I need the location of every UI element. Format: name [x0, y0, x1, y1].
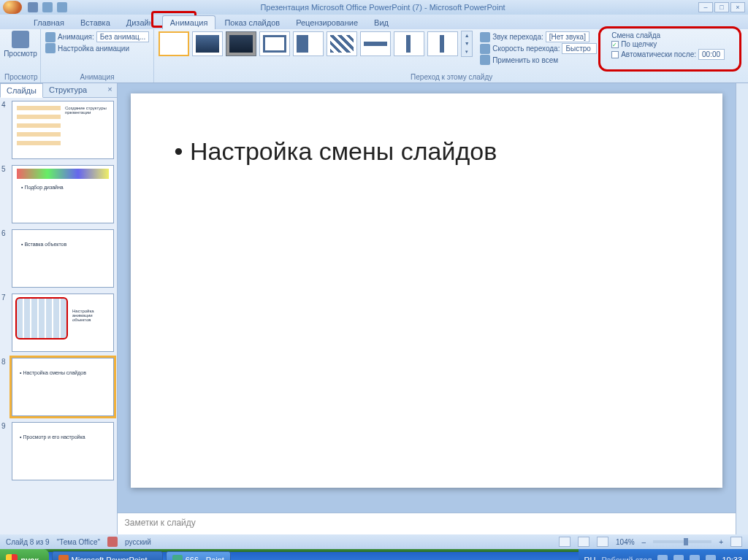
fit-window-button[interactable] — [730, 537, 742, 547]
start-button[interactable]: пуск — [0, 549, 49, 560]
slide-thumbnail[interactable]: Просмотр и его настройка — [12, 422, 114, 480]
slides-tab[interactable]: Слайды — [0, 83, 43, 98]
group-preview-label: Просмотр — [4, 73, 36, 81]
auto-after-time[interactable]: 00:00 — [698, 49, 725, 60]
thumb-number: 8 — [1, 358, 9, 366]
sound-icon — [480, 32, 490, 42]
status-theme: "Тема Office" — [57, 538, 100, 546]
tray-icon[interactable] — [673, 555, 684, 560]
tray-icon[interactable] — [690, 555, 700, 560]
thumbnail-list[interactable]: 4Создание структуры презентации 5Подбор … — [0, 98, 117, 534]
tab-animation[interactable]: Анимация — [162, 15, 216, 29]
notes-pane[interactable]: Заметки к слайду — [118, 513, 736, 534]
transition-item[interactable] — [327, 31, 357, 56]
view-sorter-button[interactable] — [578, 537, 589, 547]
slide-body-text[interactable]: Настройка смены слайдов — [175, 137, 679, 166]
taskbar-item[interactable]: Microsoft PowerPoint ... — [52, 551, 163, 560]
tray-clock[interactable]: 10:33 — [722, 556, 742, 560]
status-language[interactable]: русский — [125, 538, 151, 546]
auto-after-label: Автоматически после: — [621, 50, 696, 58]
transition-item[interactable] — [427, 31, 458, 56]
volume-icon[interactable] — [706, 555, 716, 560]
transition-item[interactable] — [360, 31, 391, 56]
windows-logo-icon — [6, 554, 18, 560]
custom-animation-label: Настройка анимации — [58, 45, 129, 53]
status-slide: Слайд 8 из 9 — [6, 538, 50, 546]
apply-all-button[interactable]: Применить ко всем — [480, 55, 604, 65]
zoom-in-button[interactable]: + — [719, 538, 723, 546]
ribbon-tabs: Главная Вставка Дизайн Анимация Показ сл… — [0, 15, 748, 29]
quick-access-toolbar — [28, 2, 67, 12]
paint-icon — [172, 555, 183, 560]
tray-language[interactable]: RU — [584, 556, 596, 560]
tab-review[interactable]: Рецензирование — [289, 16, 365, 29]
transition-item[interactable] — [192, 31, 223, 56]
spellcheck-icon[interactable] — [107, 537, 118, 547]
taskbar-item[interactable]: 666 - Paint — [166, 551, 231, 560]
slide-thumbnail[interactable]: Настройка анимации объектов — [12, 294, 114, 352]
sound-label: Звук перехода: — [492, 33, 543, 41]
zoom-level[interactable]: 104% — [616, 538, 635, 546]
speed-icon — [480, 44, 490, 54]
work-area: Слайды Структура × 4Создание структуры п… — [0, 83, 748, 534]
advance-title: Смена слайда — [611, 31, 660, 39]
tab-home[interactable]: Главная — [26, 16, 72, 29]
gallery-more-button[interactable]: ▲▼▾ — [461, 31, 473, 57]
tab-insert[interactable]: Вставка — [73, 16, 118, 29]
system-tray: RU Рабочий стол 10:33 — [579, 549, 748, 560]
on-click-label: По щелчку — [621, 40, 657, 48]
preview-button[interactable]: Просмотр — [4, 31, 37, 58]
transition-item[interactable] — [394, 31, 424, 56]
thumb-number: 4 — [1, 101, 9, 109]
undo-icon[interactable] — [42, 2, 53, 12]
on-click-checkbox[interactable] — [611, 41, 619, 48]
animate-dropdown[interactable]: Без анимац... — [96, 31, 149, 42]
view-normal-button[interactable] — [559, 537, 570, 547]
transition-none[interactable] — [159, 31, 189, 56]
ribbon: Просмотр Просмотр Анимация: Без анимац..… — [0, 29, 748, 83]
custom-animation-button[interactable]: Настройка анимации — [45, 43, 149, 53]
slide-thumbnail[interactable]: Подбор дизайна — [12, 165, 114, 223]
transition-gallery[interactable]: ▲▼▾ — [159, 31, 473, 57]
outline-tab[interactable]: Структура — [43, 83, 93, 97]
transition-item[interactable] — [259, 31, 290, 56]
slide-canvas[interactable]: Настройка смены слайдов — [131, 93, 722, 488]
slides-panel: Слайды Структура × 4Создание структуры п… — [0, 83, 118, 534]
animate-label: Анимация: — [58, 33, 94, 41]
office-button[interactable] — [3, 1, 22, 14]
tab-design[interactable]: Дизайн — [119, 16, 161, 29]
transition-item[interactable] — [226, 31, 256, 56]
transition-item[interactable] — [293, 31, 324, 56]
tab-view[interactable]: Вид — [367, 16, 396, 29]
preview-label: Просмотр — [4, 50, 37, 58]
powerpoint-icon — [58, 555, 69, 560]
tab-slideshow[interactable]: Показ слайдов — [217, 16, 287, 29]
speed-dropdown[interactable]: Быстро — [562, 43, 597, 54]
tray-desktop[interactable]: Рабочий стол — [601, 556, 652, 560]
group-transition-label: Переход к этому слайду — [159, 73, 744, 81]
apply-all-label: Применить ко всем — [492, 56, 558, 64]
redo-icon[interactable] — [57, 2, 67, 12]
panel-close-icon[interactable]: × — [103, 83, 116, 97]
sound-dropdown[interactable]: [Нет звука] — [546, 31, 589, 42]
slide-thumbnail[interactable]: Создание структуры презентации — [12, 101, 114, 159]
thumb-number: 7 — [1, 294, 9, 302]
auto-after-checkbox[interactable] — [611, 51, 619, 58]
slide-thumbnail[interactable]: Вставка объектов — [12, 229, 114, 288]
zoom-out-button[interactable]: – — [642, 538, 646, 546]
slide-thumbnail[interactable]: Настройка смены слайдов — [12, 358, 114, 416]
window-title: Презентация Microsoft Office PowerPoint … — [67, 3, 698, 12]
tray-icon[interactable] — [657, 555, 668, 560]
save-icon[interactable] — [28, 2, 38, 12]
thumb-number: 9 — [1, 422, 9, 430]
apply-all-icon — [480, 55, 490, 65]
close-button[interactable]: × — [730, 2, 745, 12]
view-slideshow-button[interactable] — [597, 537, 608, 547]
canvas-area: Настройка смены слайдов Заметки к слайду — [118, 83, 736, 534]
maximize-button[interactable]: □ — [714, 2, 729, 12]
minimize-button[interactable]: – — [698, 2, 713, 12]
taskbar-item-label: Microsoft PowerPoint ... — [72, 556, 156, 560]
vertical-scrollbar[interactable] — [736, 83, 748, 534]
custom-animation-icon — [45, 43, 56, 53]
zoom-slider[interactable] — [653, 540, 711, 543]
